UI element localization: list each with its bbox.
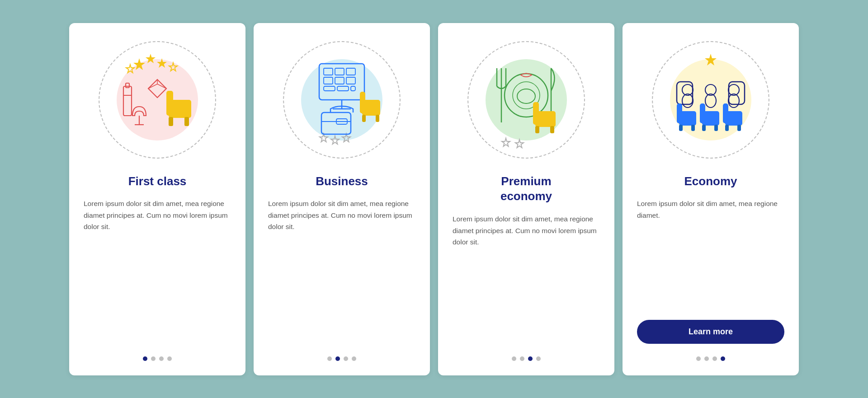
dot bbox=[352, 356, 356, 361]
star-icon bbox=[705, 54, 717, 66]
card-text-business: Lorem ipsum dolor sit dim amet, mea regi… bbox=[268, 198, 415, 343]
svg-rect-53 bbox=[702, 125, 706, 131]
card-title-premium-economy: Premiumeconomy bbox=[500, 174, 552, 205]
dot bbox=[151, 356, 156, 361]
svg-rect-30 bbox=[362, 115, 366, 122]
dot bbox=[696, 356, 701, 361]
card-text-economy: Lorem ipsum dolor sit dim amet, mea regi… bbox=[637, 198, 784, 309]
learn-more-button[interactable]: Learn more bbox=[637, 320, 784, 344]
svg-rect-46 bbox=[677, 103, 682, 123]
dot bbox=[704, 356, 709, 361]
svg-economy bbox=[652, 41, 769, 159]
svg-rect-58 bbox=[723, 103, 728, 123]
star-icon bbox=[331, 136, 339, 144]
svg-rect-41 bbox=[535, 126, 539, 133]
svg-rect-31 bbox=[376, 115, 379, 122]
dot bbox=[167, 356, 172, 361]
dots-economy bbox=[696, 356, 725, 361]
star-icon bbox=[515, 140, 524, 148]
star-outline-icon bbox=[169, 63, 177, 71]
star-icon bbox=[320, 134, 328, 142]
svg-rect-48 bbox=[691, 125, 695, 131]
dot-active bbox=[721, 356, 725, 361]
svg-rect-11 bbox=[169, 117, 173, 126]
svg-rect-15 bbox=[335, 68, 344, 75]
card-title-economy: Economy bbox=[684, 174, 737, 189]
svg-first-class bbox=[99, 41, 216, 159]
star-icon bbox=[133, 58, 145, 70]
svg-rect-19 bbox=[346, 77, 355, 84]
dot bbox=[712, 356, 717, 361]
dot bbox=[159, 356, 164, 361]
svg-premium-economy bbox=[467, 41, 585, 159]
illustration-business bbox=[278, 37, 405, 163]
dot bbox=[520, 356, 524, 361]
dots-first-class bbox=[143, 356, 172, 361]
svg-rect-17 bbox=[324, 77, 333, 84]
svg-rect-29 bbox=[360, 92, 365, 113]
svg-rect-14 bbox=[324, 68, 333, 75]
dots-business bbox=[327, 356, 356, 361]
card-economy: Economy Lorem ipsum dolor sit dim amet, … bbox=[623, 23, 799, 375]
dot-active bbox=[143, 356, 147, 361]
svg-point-37 bbox=[517, 89, 535, 103]
svg-rect-54 bbox=[714, 125, 718, 131]
svg-rect-18 bbox=[335, 77, 344, 84]
svg-rect-0 bbox=[123, 86, 132, 116]
illustration-economy bbox=[647, 37, 774, 163]
svg-point-35 bbox=[505, 74, 548, 117]
card-title-first-class: First class bbox=[128, 174, 187, 189]
star-icon bbox=[502, 138, 510, 146]
dot bbox=[512, 356, 516, 361]
cards-container: First class Lorem ipsum dolor sit dim am… bbox=[51, 5, 817, 393]
svg-rect-60 bbox=[737, 125, 741, 131]
svg-point-49 bbox=[682, 94, 693, 108]
svg-point-55 bbox=[705, 94, 716, 108]
star-icon bbox=[342, 134, 350, 142]
dot bbox=[327, 356, 332, 361]
svg-rect-40 bbox=[533, 102, 539, 125]
card-first-class: First class Lorem ipsum dolor sit dim am… bbox=[69, 23, 245, 375]
star-icon bbox=[146, 54, 156, 63]
svg-business bbox=[283, 41, 401, 159]
svg-rect-13 bbox=[319, 64, 364, 100]
dots-premium bbox=[512, 356, 541, 361]
svg-rect-42 bbox=[550, 126, 554, 133]
svg-rect-47 bbox=[679, 125, 683, 131]
illustration-first-class bbox=[94, 37, 221, 163]
illustration-premium-economy bbox=[463, 37, 590, 163]
svg-rect-52 bbox=[700, 103, 705, 123]
star-icon bbox=[157, 58, 167, 68]
svg-rect-10 bbox=[166, 91, 173, 116]
card-business: Business Lorem ipsum dolor sit dim amet,… bbox=[254, 23, 430, 375]
card-premium-economy: Premiumeconomy Lorem ipsum dolor sit dim… bbox=[438, 23, 614, 375]
svg-rect-21 bbox=[337, 86, 349, 91]
svg-rect-59 bbox=[725, 125, 729, 131]
card-text-premium-economy: Lorem ipsum dolor sit dim amet, mea regi… bbox=[453, 213, 600, 343]
card-text-first-class: Lorem ipsum dolor sit dim amet, mea regi… bbox=[84, 198, 231, 343]
dot-active bbox=[335, 356, 340, 361]
svg-point-61 bbox=[728, 94, 739, 108]
svg-rect-12 bbox=[184, 117, 189, 126]
star-outline-icon bbox=[126, 65, 134, 73]
svg-rect-20 bbox=[324, 86, 335, 91]
dot bbox=[344, 356, 348, 361]
svg-rect-1 bbox=[126, 83, 129, 88]
svg-rect-16 bbox=[346, 68, 355, 75]
card-title-business: Business bbox=[316, 174, 368, 189]
svg-rect-22 bbox=[351, 86, 355, 91]
dot-active bbox=[528, 356, 533, 361]
dot bbox=[536, 356, 541, 361]
